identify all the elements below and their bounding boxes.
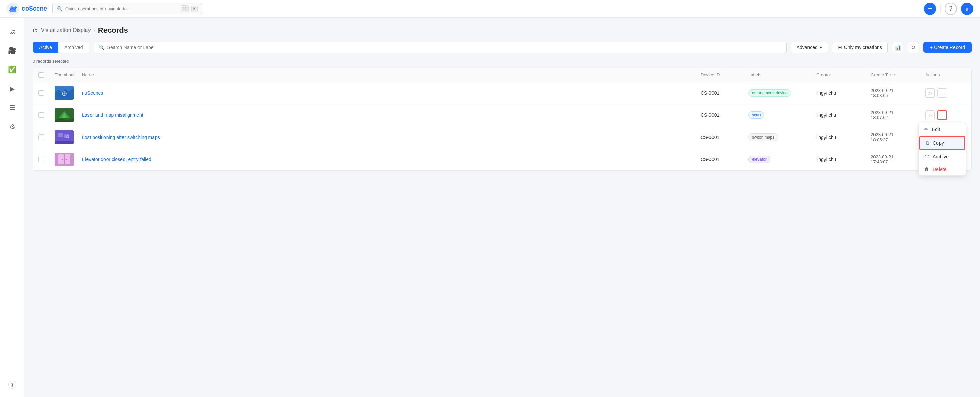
row-thumbnail-3 — [55, 131, 82, 144]
th-labels: Labels — [748, 72, 816, 78]
breadcrumb-separator: › — [93, 27, 95, 33]
records-selected-label: 0 records selected — [33, 59, 972, 64]
chevron-right-icon: ❯ — [11, 383, 14, 387]
topnav-actions: + ? u — [924, 3, 973, 15]
help-button[interactable]: ? — [945, 3, 957, 15]
th-thumbnail: Thumbnail — [55, 72, 82, 78]
more-button-1[interactable]: ··· — [937, 88, 947, 98]
row-checkbox-2[interactable] — [38, 112, 55, 118]
kbd-k: K — [191, 6, 198, 12]
edit-label: Edit — [932, 127, 940, 132]
advanced-label: Advanced — [797, 45, 818, 50]
sidebar-item-tasks[interactable]: ✅ — [4, 61, 21, 78]
logo[interactable]: coScene — [7, 3, 47, 15]
divider — [940, 5, 940, 13]
row-labels-3: switch maps — [748, 134, 816, 141]
avatar[interactable]: u — [961, 3, 973, 15]
advanced-filter-button[interactable]: Advanced ▾ — [791, 41, 828, 53]
row-checkbox-1[interactable] — [38, 90, 55, 96]
row-create-time-2: 2023-09-2118:07:02 — [871, 110, 925, 120]
sidebar-item-camera[interactable]: 🎥 — [4, 42, 21, 59]
tab-archived[interactable]: Archived — [58, 42, 89, 53]
sidebar-item-settings[interactable]: ⚙ — [4, 118, 21, 135]
edit-icon: ✏ — [924, 126, 929, 132]
breadcrumb-current: Records — [98, 26, 128, 35]
archive-icon: 🗃 — [924, 153, 929, 159]
row-device-id-4: CS-0001 — [701, 156, 748, 162]
record-search-bar[interactable]: 🔍 — [94, 41, 787, 53]
breadcrumb: 🗂 Visualization Display › Records — [33, 26, 972, 35]
sidebar: 🗂 🎥 ✅ ▶ ☰ ⚙ ❯ — [0, 18, 24, 397]
records-table: Thumbnail Name Device ID Labels Creator … — [33, 68, 972, 171]
th-device-id: Device ID — [701, 72, 748, 78]
th-creator: Creator — [816, 72, 871, 78]
row-device-id-3: CS-0001 — [701, 134, 748, 140]
row-name-1[interactable]: nuScenes — [82, 90, 701, 96]
row-name-2[interactable]: Laser and map misalignment — [82, 112, 701, 118]
select-all-checkbox[interactable] — [38, 72, 44, 78]
archive-label: Archive — [933, 154, 949, 159]
topnav: coScene 🔍 ⌘ K + ? u — [0, 0, 980, 18]
only-my-creations-button[interactable]: ⊟ Only my creations — [832, 41, 888, 53]
refresh-button[interactable]: ↻ — [907, 41, 919, 53]
play-button-1[interactable]: ▷ — [925, 88, 935, 98]
table-row: Laser and map misalignment CS-0001 scan … — [33, 104, 972, 126]
label-tag: scan — [748, 112, 764, 119]
row-create-time-4: 2023-09-2117:48:07 — [871, 154, 925, 164]
row-name-3[interactable]: Lost positioning after switching maps — [82, 134, 701, 140]
search-icon: 🔍 — [99, 45, 105, 50]
th-checkbox — [38, 72, 55, 78]
breadcrumb-folder-icon: 🗂 — [33, 27, 38, 33]
record-search-input[interactable] — [107, 45, 782, 50]
delete-label: Delete — [933, 166, 946, 172]
play-button-2[interactable]: ▷ — [925, 110, 935, 120]
dropdown-delete[interactable]: 🗑 Delete — [919, 163, 966, 175]
copy-icon: ⧉ — [926, 140, 929, 146]
sidebar-item-files[interactable]: 🗂 — [4, 23, 21, 40]
table-row: Lost positioning after switching maps CS… — [33, 126, 972, 148]
row-device-id-1: CS-0001 — [701, 90, 748, 96]
dropdown-archive[interactable]: 🗃 Archive — [919, 150, 966, 163]
row-labels-2: scan — [748, 112, 816, 119]
row-create-time-1: 2023-09-2118:08:05 — [871, 88, 925, 98]
dropdown-edit[interactable]: ✏ Edit — [919, 123, 966, 136]
chart-view-button[interactable]: 📊 — [892, 41, 904, 53]
label-tag: elevator — [748, 156, 770, 163]
refresh-icon: ↻ — [911, 44, 915, 51]
global-search-input[interactable] — [65, 6, 178, 11]
row-thumbnail-1 — [55, 86, 82, 100]
sidebar-collapse-button[interactable]: ❯ — [8, 381, 16, 389]
row-actions-2: ▷ ··· ✏ Edit ⧉ Copy 🗃 Archive — [925, 110, 966, 120]
row-checkbox-3[interactable] — [38, 134, 55, 140]
svg-rect-9 — [57, 133, 63, 137]
main-content: 🗂 Visualization Display › Records Active… — [24, 18, 980, 397]
th-actions: Actions — [925, 72, 966, 78]
label-tag: autonomous driving — [748, 89, 791, 97]
create-record-button[interactable]: + Create Record — [923, 42, 972, 53]
row-creator-3: lingyi.chu — [816, 134, 871, 140]
dropdown-copy[interactable]: ⧉ Copy — [920, 136, 965, 150]
label-tag: switch maps — [748, 134, 778, 141]
breadcrumb-parent[interactable]: Visualization Display — [41, 27, 91, 33]
row-thumbnail-2 — [55, 108, 82, 122]
delete-icon: 🗑 — [924, 166, 929, 172]
row-checkbox-4[interactable] — [38, 156, 55, 162]
row-labels-1: autonomous driving — [748, 89, 816, 97]
table-header: Thumbnail Name Device ID Labels Creator … — [33, 68, 972, 82]
sidebar-item-play[interactable]: ▶ — [4, 80, 21, 97]
toolbar: Active Archived 🔍 Advanced ▾ ⊟ Only my c… — [33, 41, 972, 53]
table-row: Elevator door closed, entry failed CS-00… — [33, 148, 972, 170]
global-search-bar[interactable]: 🔍 ⌘ K — [52, 3, 202, 14]
copy-label: Copy — [933, 140, 944, 146]
tab-group: Active Archived — [33, 41, 89, 53]
row-device-id-2: CS-0001 — [701, 112, 748, 118]
row-actions-1: ▷ ··· — [925, 88, 966, 98]
row-labels-4: elevator — [748, 156, 816, 163]
add-button[interactable]: + — [924, 3, 936, 15]
svg-point-19 — [66, 159, 67, 160]
tab-active[interactable]: Active — [33, 42, 58, 53]
more-button-2[interactable]: ··· — [937, 110, 947, 120]
sidebar-item-layers[interactable]: ☰ — [4, 99, 21, 116]
row-name-4[interactable]: Elevator door closed, entry failed — [82, 156, 701, 162]
row-creator-1: lingyi.chu — [816, 90, 871, 96]
